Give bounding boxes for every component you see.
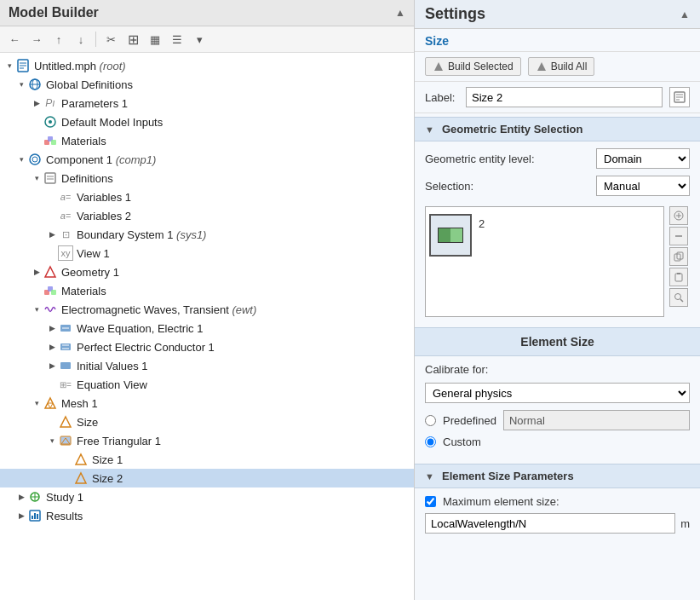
materials-global-icon [43, 133, 58, 148]
params-title: Element Size Parameters [442, 470, 574, 482]
selection-select[interactable]: Manual [596, 176, 690, 196]
expand-icon-initial[interactable]: ▶ [46, 360, 58, 372]
tree-item-pec[interactable]: ▶ Perfect Electric Conductor 1 [0, 338, 414, 356]
tree-item-geom1[interactable]: ▶ Geometry 1 [0, 262, 414, 281]
tree-item-study1[interactable]: ▶ Study 1 [0, 488, 414, 506]
tree-item-root[interactable]: ▾ Untitled.mph (root) [0, 56, 414, 75]
svg-rect-23 [60, 343, 71, 350]
entity-level-select[interactable]: Domain [596, 148, 690, 169]
tree-item-size2[interactable]: ▶ Size 2 [0, 469, 414, 488]
expand-icon-wave[interactable]: ▶ [46, 322, 58, 334]
settings-collapse-icon[interactable]: ▲ [680, 9, 690, 20]
expand-icon-global[interactable]: ▾ [15, 78, 27, 90]
expand-icon-study1[interactable]: ▶ [15, 491, 27, 503]
tree-item-defs[interactable]: ▾ Definitions [0, 169, 414, 188]
tree-item-view1[interactable]: ▶ xy View 1 [0, 244, 414, 262]
svg-marker-31 [60, 417, 71, 427]
initial-label: Initial Values 1 [77, 360, 148, 372]
svg-marker-44 [537, 62, 546, 71]
fretri-label: Free Triangular 1 [77, 435, 161, 447]
model-builder-toolbar: ← → ↑ ↓ ✂ ⊞ ▦ ☰ ▾ [0, 26, 414, 53]
mesh-icon [43, 395, 58, 411]
tree-item-params1[interactable]: ▶ Pı Parameters 1 [0, 94, 414, 112]
expand-icon-boundary[interactable]: ▶ [46, 228, 58, 240]
tree-item-fretri[interactable]: ▾ Free Triangular 1 [0, 431, 414, 450]
default-model-label: Default Model Inputs [61, 116, 163, 129]
tree-item-global[interactable]: ▾ Global Definitions [0, 75, 414, 94]
calibrate-select[interactable]: General physics [425, 383, 690, 403]
tree-item-vars2[interactable]: ▶ a= Variables 2 [0, 206, 414, 225]
element-size-params-header[interactable]: ▼ Element Size Parameters [415, 464, 700, 488]
geo-entity-section-header[interactable]: ▼ Geometric Entity Selection [415, 117, 700, 141]
sel-zoom-btn[interactable] [669, 288, 688, 307]
expand-icon-mesh1[interactable]: ▾ [31, 397, 43, 409]
tree-item-vars1[interactable]: ▶ a= Variables 1 [0, 188, 414, 206]
label-icon-btn[interactable] [669, 87, 690, 107]
build-all-label: Build All [551, 61, 588, 72]
svg-line-58 [680, 299, 683, 302]
max-size-check-row: Maximum element size: [425, 495, 690, 508]
sel-paste-icon [674, 272, 684, 282]
toolbar-up-btn[interactable]: ↑ [49, 30, 68, 49]
toolbar-more-btn[interactable]: ▾ [190, 30, 209, 49]
tree-item-boundary[interactable]: ▶ ⊡ Boundary System 1 (sys1) [0, 225, 414, 244]
tree-item-size[interactable]: ▶ Size [0, 412, 414, 431]
expand-icon-geom1[interactable]: ▶ [31, 266, 43, 278]
toolbar-add-btn[interactable]: ⊞ [123, 30, 142, 49]
sel-remove-icon [674, 231, 684, 241]
expand-icon-fretri[interactable]: ▾ [46, 435, 58, 447]
sel-remove-btn[interactable] [669, 227, 688, 245]
tree-item-results[interactable]: ▶ Results [0, 506, 414, 525]
sel-add-icon [674, 211, 684, 221]
tree-item-size1[interactable]: ▶ Size 1 [0, 450, 414, 469]
toolbar-back-btn[interactable]: ← [5, 30, 24, 49]
tree-item-wave[interactable]: ▶ Wave Equation, Electric 1 [0, 319, 414, 338]
build-selected-label: Build Selected [448, 61, 514, 72]
view1-icon: xy [58, 245, 73, 261]
settings-subtitle: Size [415, 29, 700, 52]
expand-icon-defs[interactable]: ▾ [31, 172, 43, 184]
model-builder-title: Model Builder [9, 5, 99, 20]
build-all-btn[interactable]: Build All [528, 57, 595, 76]
geo-entity-content: Geometric entity level: Domain Selection… [415, 141, 700, 327]
sel-copy-btn[interactable] [669, 247, 688, 266]
max-size-input[interactable] [425, 513, 675, 534]
comp1-label: Component 1 (comp1) [46, 153, 156, 166]
expand-icon-emw[interactable]: ▾ [31, 303, 43, 315]
expand-icon-root[interactable]: ▾ [3, 60, 15, 72]
custom-radio[interactable] [425, 436, 436, 447]
expand-icon-results[interactable]: ▶ [15, 510, 27, 522]
tree-item-default-model[interactable]: ▶ Default Model Inputs [0, 112, 414, 131]
tree-item-materials-comp[interactable]: ▶ Materials [0, 281, 414, 300]
selection-number: 2 [479, 217, 485, 230]
svg-rect-55 [675, 274, 682, 281]
global-def-label: Global Definitions [46, 78, 133, 91]
tree-item-emw[interactable]: ▾ Electromagnetic Waves, Transient (ewt) [0, 300, 414, 319]
tree-item-initial[interactable]: ▶ Initial Values 1 [0, 356, 414, 375]
label-edit-icon [674, 91, 686, 103]
toolbar-table-btn[interactable]: ▦ [146, 30, 164, 49]
svg-marker-17 [45, 267, 55, 277]
expand-icon-comp1[interactable]: ▾ [15, 153, 27, 165]
materials-comp-icon [43, 283, 58, 298]
toolbar-forward-btn[interactable]: → [27, 30, 46, 49]
toolbar-down-btn[interactable]: ↓ [72, 30, 90, 49]
predefined-radio[interactable] [425, 415, 436, 426]
sel-paste-btn[interactable] [669, 268, 688, 286]
tree-item-mesh1[interactable]: ▾ Mesh 1 [0, 394, 414, 412]
toolbar-cut-btn[interactable]: ✂ [101, 30, 120, 49]
expand-icon-pec[interactable]: ▶ [46, 341, 58, 353]
tree-item-comp1[interactable]: ▾ Component 1 (comp1) [0, 150, 414, 169]
tree-item-eqview[interactable]: ▶ ⊞= Equation View [0, 375, 414, 394]
label-input[interactable] [466, 87, 663, 107]
panel-collapse-icon[interactable]: ▲ [395, 7, 405, 19]
defs-label: Definitions [61, 172, 113, 185]
tree-item-materials-global[interactable]: ▶ Materials [0, 131, 414, 150]
calibrate-label: Calibrate for: [425, 363, 488, 376]
selection-label: Selection: [425, 180, 589, 193]
max-size-checkbox[interactable] [425, 496, 436, 507]
sel-add-btn[interactable] [669, 206, 688, 225]
expand-icon-params1[interactable]: ▶ [31, 97, 43, 109]
build-selected-btn[interactable]: Build Selected [425, 57, 521, 76]
toolbar-list-btn[interactable]: ☰ [168, 30, 186, 49]
